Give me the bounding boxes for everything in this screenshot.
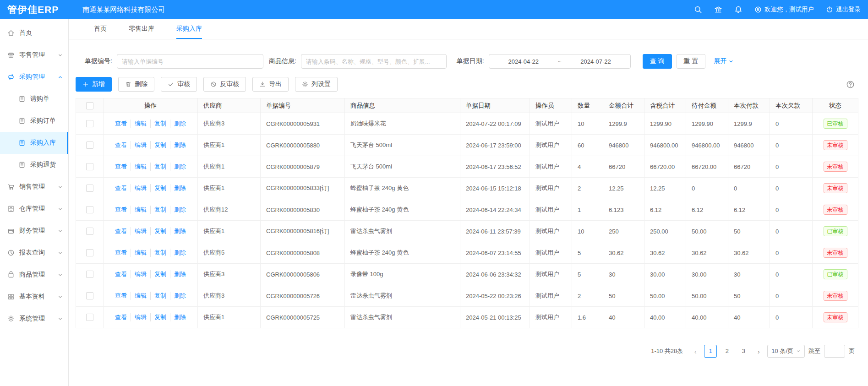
bell-icon[interactable] xyxy=(734,5,742,14)
bank-icon[interactable] xyxy=(714,5,722,14)
action-copy-link[interactable]: 复制 xyxy=(150,292,170,300)
sidebar-item-finance[interactable]: 财务管理 xyxy=(0,220,68,242)
search-button[interactable]: 查 询 xyxy=(643,54,672,69)
action-edit-link[interactable]: 编辑 xyxy=(131,163,150,171)
sidebar-item-purchase[interactable]: 采购管理 xyxy=(0,66,68,88)
action-edit-link[interactable]: 编辑 xyxy=(131,120,150,128)
action-copy-link[interactable]: 复制 xyxy=(150,270,170,278)
delete-button[interactable]: 删除 xyxy=(118,77,154,92)
sidebar-item-products[interactable]: 商品管理 xyxy=(0,264,68,286)
action-view-link[interactable]: 查看 xyxy=(111,120,131,128)
expand-link[interactable]: 展开 xyxy=(714,57,734,65)
app-logo[interactable]: 管伊佳ERP xyxy=(7,3,59,16)
search-icon[interactable] xyxy=(694,5,702,14)
row-checkbox[interactable] xyxy=(86,228,93,235)
cell-owed: 0 xyxy=(770,135,813,156)
action-edit-link[interactable]: 编辑 xyxy=(131,227,150,235)
action-delete-link[interactable]: 删除 xyxy=(170,141,190,149)
action-edit-link[interactable]: 编辑 xyxy=(131,184,150,192)
tab-purchase-inbound[interactable]: 采购入库 xyxy=(176,19,202,39)
row-checkbox[interactable] xyxy=(86,292,93,299)
logout-button[interactable]: 退出登录 xyxy=(826,5,861,14)
cell-amount: 40 xyxy=(603,307,644,328)
row-checkbox[interactable] xyxy=(86,314,93,321)
row-checkbox[interactable] xyxy=(86,206,93,213)
sidebar-item-purchase-inbound[interactable]: 采购入库 xyxy=(0,132,68,154)
action-delete-link[interactable]: 删除 xyxy=(170,313,190,321)
cell-operator: 测试用户 xyxy=(530,199,572,221)
date-start[interactable]: 2024-04-22 xyxy=(508,58,539,65)
row-checkbox[interactable] xyxy=(86,120,93,127)
action-view-link[interactable]: 查看 xyxy=(111,206,131,214)
date-end[interactable]: 2024-07-22 xyxy=(580,58,611,65)
action-delete-link[interactable]: 删除 xyxy=(170,270,190,278)
sidebar-item-sales[interactable]: 销售管理 xyxy=(0,176,68,198)
action-view-link[interactable]: 查看 xyxy=(111,227,131,235)
action-delete-link[interactable]: 删除 xyxy=(170,249,190,257)
row-checkbox[interactable] xyxy=(86,141,93,149)
action-copy-link[interactable]: 复制 xyxy=(150,184,170,192)
action-copy-link[interactable]: 复制 xyxy=(150,206,170,214)
order-no-input[interactable] xyxy=(117,54,263,69)
page-2-button[interactable]: 2 xyxy=(721,345,733,358)
action-delete-link[interactable]: 删除 xyxy=(170,292,190,300)
row-checkbox[interactable] xyxy=(86,271,93,278)
sidebar-item-reports[interactable]: 报表查询 xyxy=(0,242,68,264)
page-3-button[interactable]: 3 xyxy=(737,345,750,358)
help-icon[interactable] xyxy=(846,80,855,89)
jump-page-input[interactable] xyxy=(824,345,845,358)
action-view-link[interactable]: 查看 xyxy=(111,163,131,171)
next-page-button[interactable]: › xyxy=(753,348,764,355)
action-view-link[interactable]: 查看 xyxy=(111,184,131,192)
action-delete-link[interactable]: 删除 xyxy=(170,184,190,192)
welcome-user[interactable]: 欢迎您，测试用户 xyxy=(754,5,814,14)
action-edit-link[interactable]: 编辑 xyxy=(131,206,150,214)
action-copy-link[interactable]: 复制 xyxy=(150,227,170,235)
product-info-input[interactable] xyxy=(301,54,447,69)
page-size-select[interactable]: 10 条/页 xyxy=(767,345,805,358)
tab-retail-outbound[interactable]: 零售出库 xyxy=(129,19,154,39)
action-delete-link[interactable]: 删除 xyxy=(170,163,190,171)
sidebar-item-purchase-request[interactable]: 请购单 xyxy=(0,88,68,110)
unaudit-button[interactable]: 反审核 xyxy=(203,77,246,92)
export-button[interactable]: 导出 xyxy=(252,77,289,92)
action-view-link[interactable]: 查看 xyxy=(111,313,131,321)
action-edit-link[interactable]: 编辑 xyxy=(131,292,150,300)
columns-button[interactable]: 列设置 xyxy=(295,77,338,92)
row-checkbox[interactable] xyxy=(86,163,93,170)
sidebar-item-system[interactable]: 系统管理 xyxy=(0,308,68,330)
select-all-checkbox[interactable] xyxy=(86,102,93,109)
action-delete-link[interactable]: 删除 xyxy=(170,227,190,235)
sidebar-item-retail[interactable]: 零售管理 xyxy=(0,44,68,66)
sidebar-item-basic-data[interactable]: 基本资料 xyxy=(0,286,68,308)
action-view-link[interactable]: 查看 xyxy=(111,292,131,300)
action-copy-link[interactable]: 复制 xyxy=(150,163,170,171)
add-button[interactable]: 新增 xyxy=(76,77,112,92)
action-edit-link[interactable]: 编辑 xyxy=(131,270,150,278)
action-copy-link[interactable]: 复制 xyxy=(150,249,170,257)
sidebar-item-warehouse[interactable]: 仓库管理 xyxy=(0,198,68,220)
tab-home[interactable]: 首页 xyxy=(94,19,107,39)
action-view-link[interactable]: 查看 xyxy=(111,270,131,278)
sidebar-item-purchase-return[interactable]: 采购退货 xyxy=(0,154,68,176)
action-edit-link[interactable]: 编辑 xyxy=(131,249,150,257)
action-edit-link[interactable]: 编辑 xyxy=(131,313,150,321)
page-1-button[interactable]: 1 xyxy=(704,345,717,358)
action-delete-link[interactable]: 删除 xyxy=(170,120,190,128)
action-copy-link[interactable]: 复制 xyxy=(150,141,170,149)
action-copy-link[interactable]: 复制 xyxy=(150,120,170,128)
action-delete-link[interactable]: 删除 xyxy=(170,206,190,214)
sidebar-item-home[interactable]: 首页 xyxy=(0,22,68,44)
prev-page-button[interactable]: ‹ xyxy=(690,348,700,355)
sidebar-item-purchase-order[interactable]: 采购订单 xyxy=(0,110,68,132)
audit-button[interactable]: 审核 xyxy=(161,77,197,92)
cell-tax_total: 946800.00 xyxy=(644,135,686,156)
action-copy-link[interactable]: 复制 xyxy=(150,313,170,321)
date-range-picker[interactable]: 2024-04-22 ~ 2024-07-22 xyxy=(489,54,631,69)
reset-button[interactable]: 重 置 xyxy=(677,54,706,69)
row-checkbox[interactable] xyxy=(86,249,93,256)
row-checkbox[interactable] xyxy=(86,185,93,192)
action-edit-link[interactable]: 编辑 xyxy=(131,141,150,149)
action-view-link[interactable]: 查看 xyxy=(111,141,131,149)
action-view-link[interactable]: 查看 xyxy=(111,249,131,257)
